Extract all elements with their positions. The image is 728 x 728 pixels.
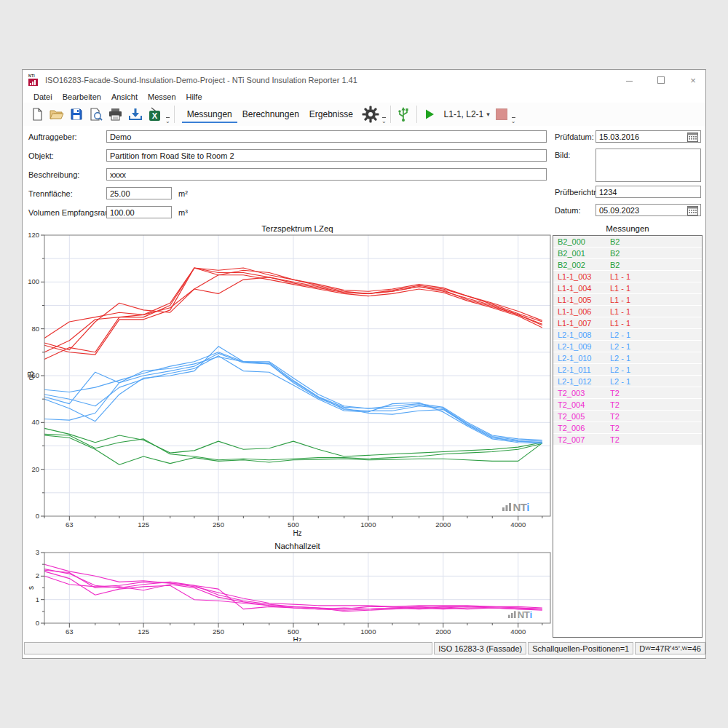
volumen-input[interactable] bbox=[106, 206, 172, 218]
measurement-type: T2 bbox=[607, 389, 620, 397]
open-project-button[interactable] bbox=[47, 105, 66, 124]
trennflaeche-input[interactable] bbox=[106, 187, 172, 199]
measurement-name: T2_005 bbox=[553, 412, 607, 421]
menu-item-bearbeiten[interactable]: Bearbeiten bbox=[58, 92, 106, 101]
beschreibung-label: Beschreibung: bbox=[28, 170, 79, 179]
measurement-name: L1-1_006 bbox=[553, 307, 607, 316]
close-button[interactable]: × bbox=[688, 75, 698, 86]
measurement-row[interactable]: L1-1_006L1 - 1 bbox=[553, 306, 702, 317]
measurement-row[interactable]: T2_007T2 bbox=[553, 434, 702, 446]
auftraggeber-label: Auftraggeber: bbox=[28, 132, 77, 141]
settings-button[interactable] bbox=[361, 105, 381, 124]
measurement-type: B2 bbox=[607, 249, 620, 258]
usb-icon bbox=[396, 106, 411, 122]
datum-input[interactable] bbox=[596, 204, 701, 216]
svg-text:250: 250 bbox=[213, 628, 224, 636]
pruefdatum-label: Prüfdatum: bbox=[555, 132, 594, 141]
measurement-type: L1 - 1 bbox=[607, 272, 630, 281]
svg-text:125: 125 bbox=[138, 521, 149, 529]
measurement-row[interactable]: T2_004T2 bbox=[553, 399, 702, 411]
measurement-row[interactable]: L2-1_012L2 - 1 bbox=[553, 376, 702, 387]
svg-text:NTi: NTi bbox=[518, 609, 532, 620]
menu-bar: DateiBearbeitenAnsichtMessenHilfe bbox=[23, 90, 705, 103]
measurement-row[interactable]: L2-1_011L2 - 1 bbox=[553, 364, 702, 376]
device-connect-button[interactable] bbox=[394, 105, 414, 124]
svg-text:NTi: NTi bbox=[513, 501, 530, 513]
measurement-row[interactable]: B2_001B2 bbox=[553, 248, 702, 259]
measurement-row[interactable]: T2_006T2 bbox=[553, 422, 702, 434]
svg-text:63: 63 bbox=[66, 521, 74, 529]
y-axis-label: s bbox=[27, 586, 35, 590]
auftraggeber-input[interactable] bbox=[106, 130, 547, 143]
measurement-row[interactable]: B2_000B2 bbox=[553, 236, 702, 248]
toolbar-separator bbox=[174, 106, 175, 123]
minimize-button[interactable] bbox=[624, 75, 634, 86]
measurement-row[interactable]: T2_003T2 bbox=[553, 387, 702, 399]
measurement-name: T2_006 bbox=[553, 424, 607, 432]
measurement-row[interactable]: L1-1_007L1 - 1 bbox=[553, 317, 702, 329]
tab-berechnungen[interactable]: Berechnungen bbox=[237, 106, 304, 123]
measurement-row[interactable]: L2-1_008L2 - 1 bbox=[553, 329, 702, 341]
measurement-row[interactable]: L2-1_010L2 - 1 bbox=[553, 352, 702, 364]
settings-overflow-icon[interactable]: ⌄ bbox=[381, 117, 387, 124]
menu-item-hilfe[interactable]: Hilfe bbox=[181, 92, 207, 101]
datum-calendar-icon[interactable] bbox=[687, 205, 699, 215]
measurement-type: L2 - 1 bbox=[607, 354, 630, 363]
measurement-row[interactable]: T2_005T2 bbox=[553, 411, 702, 422]
import-measurements-button[interactable] bbox=[125, 105, 145, 124]
run-selection-label[interactable]: L1-1, L2-1 bbox=[444, 109, 484, 119]
pruefdatum-calendar-icon[interactable] bbox=[687, 132, 699, 141]
measurement-name: T2_003 bbox=[553, 389, 607, 397]
measurement-row[interactable]: B2_002B2 bbox=[553, 259, 702, 271]
run-dropdown-icon[interactable]: ▾ bbox=[486, 111, 490, 118]
toolbar-overflow-icon[interactable]: ⌄ bbox=[165, 117, 170, 124]
svg-text:1000: 1000 bbox=[360, 628, 376, 636]
new-project-button[interactable] bbox=[27, 105, 47, 124]
measurement-type: B2 bbox=[607, 237, 620, 246]
measurement-row[interactable]: L1-1_003L1 - 1 bbox=[553, 271, 702, 282]
chart-title: Nachhallzeit bbox=[274, 542, 320, 550]
menu-item-ansicht[interactable]: Ansicht bbox=[106, 92, 143, 101]
nachhallzeit-chart: 631252505001000200040000123NachhallzeitH… bbox=[27, 539, 555, 641]
measurement-row[interactable]: L1-1_005L1 - 1 bbox=[553, 294, 702, 306]
bild-label: Bild: bbox=[555, 151, 570, 159]
svg-text:0: 0 bbox=[36, 619, 39, 627]
svg-text:1000: 1000 bbox=[360, 521, 376, 529]
print-preview-button[interactable] bbox=[86, 105, 106, 124]
svg-text:3: 3 bbox=[36, 548, 39, 556]
title-bar[interactable]: NTI ISO16283-Facade-Sound-Insulation-Dem… bbox=[23, 70, 705, 90]
tab-ergebnisse[interactable]: Ergebnisse bbox=[304, 106, 358, 123]
svg-text:4000: 4000 bbox=[510, 521, 526, 529]
save-project-button[interactable] bbox=[66, 105, 86, 124]
run-measurement-button[interactable] bbox=[420, 105, 440, 124]
tab-messungen[interactable]: Messungen bbox=[182, 106, 237, 123]
svg-text:63: 63 bbox=[66, 628, 74, 636]
svg-text:2000: 2000 bbox=[435, 628, 451, 636]
measurement-type: L2 - 1 bbox=[607, 331, 630, 339]
measurement-type: L2 - 1 bbox=[607, 342, 630, 351]
measurement-name: B2_000 bbox=[553, 237, 607, 246]
objekt-input[interactable] bbox=[106, 149, 547, 162]
measurement-type: B2 bbox=[607, 261, 620, 269]
svg-text:100: 100 bbox=[28, 277, 39, 285]
bild-box[interactable] bbox=[596, 149, 701, 182]
measurement-name: L2-1_009 bbox=[553, 342, 607, 351]
measurement-row[interactable]: L1-1_004L1 - 1 bbox=[553, 282, 702, 294]
pruefberichtnr-input[interactable] bbox=[596, 186, 701, 198]
excel-export-button[interactable]: X bbox=[145, 105, 165, 124]
measurement-name: L2-1_011 bbox=[553, 365, 607, 374]
pruefdatum-input[interactable] bbox=[596, 130, 701, 143]
measurements-panel-title: Messungen bbox=[553, 224, 703, 233]
stop-button[interactable] bbox=[496, 108, 507, 120]
measurement-type: T2 bbox=[607, 424, 620, 432]
svg-text:40: 40 bbox=[31, 418, 39, 426]
measurement-row[interactable]: L2-1_009L2 - 1 bbox=[553, 341, 702, 352]
beschreibung-input[interactable] bbox=[106, 168, 547, 181]
run-overflow-icon[interactable]: ⌄ bbox=[511, 117, 516, 124]
maximize-button[interactable] bbox=[656, 75, 666, 86]
print-button[interactable] bbox=[106, 105, 125, 124]
terzspektrum-chart: 63125250500100020004000020406080100120Te… bbox=[27, 223, 555, 538]
toolbar: X ⌄ MessungenBerechnungenErgebnisse bbox=[23, 103, 705, 126]
menu-item-datei[interactable]: Datei bbox=[28, 92, 58, 101]
menu-item-messen[interactable]: Messen bbox=[143, 92, 181, 101]
